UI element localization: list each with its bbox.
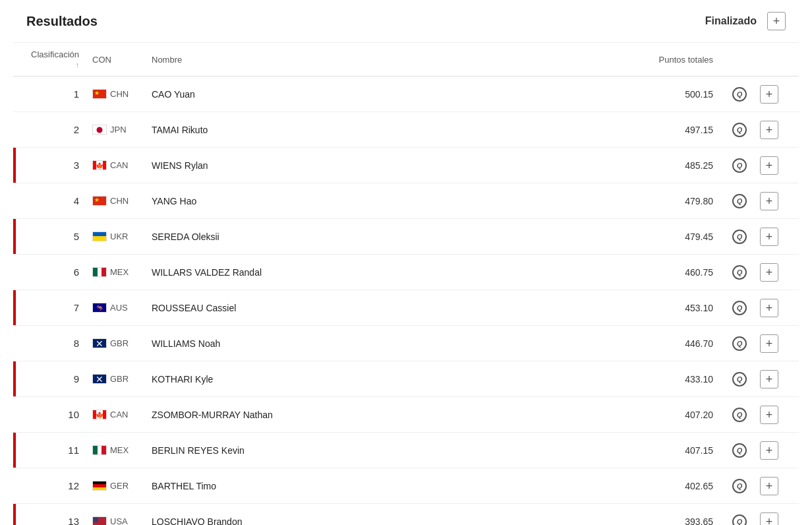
country-flag: AUS	[92, 303, 145, 313]
country-flag: CHN	[92, 89, 145, 99]
country-flag: UKR	[92, 232, 145, 241]
row-action[interactable]: +	[753, 228, 786, 246]
flag-icon	[92, 196, 107, 206]
athlete-name: CAO Yuan	[145, 89, 621, 100]
left-bar-indicator	[13, 504, 16, 525]
country-flag: USA	[92, 516, 145, 525]
flag-icon	[92, 303, 107, 313]
page-header: Resultados Finalizado +	[13, 0, 799, 43]
table-row: 10 CAN ZSOMBOR-MURRAY Nathan 407.20 Q +	[13, 397, 799, 433]
country-code: MEX	[110, 445, 129, 455]
rank-number: 8	[26, 338, 92, 349]
flag-icon	[92, 410, 107, 419]
qualification-symbol: Q	[732, 408, 747, 422]
table-row: 13 USA LOSCHIAVO Brandon 393.65 Q +	[13, 504, 799, 525]
rank-number: 11	[26, 445, 92, 456]
q-icon: Q	[726, 230, 753, 244]
sort-icon[interactable]: ↑	[76, 61, 80, 69]
total-points: 407.15	[621, 445, 726, 456]
row-action[interactable]: +	[753, 370, 786, 388]
row-action[interactable]: +	[753, 334, 786, 353]
row-action[interactable]: +	[753, 156, 786, 175]
q-icon: Q	[726, 336, 753, 351]
q-icon: Q	[726, 408, 753, 422]
country-code: GBR	[110, 338, 129, 348]
rank-number: 3	[26, 160, 92, 171]
athlete-name: WIENS Rylan	[145, 160, 621, 171]
country-code: AUS	[110, 303, 128, 313]
flag-icon	[92, 267, 107, 277]
rank-number: 2	[26, 124, 92, 135]
country-flag: CAN	[92, 160, 145, 170]
country-code: GER	[110, 481, 129, 491]
row-action[interactable]: +	[753, 441, 786, 460]
row-action[interactable]: +	[753, 512, 786, 526]
country-flag: CAN	[92, 410, 145, 419]
total-points: 402.65	[621, 481, 726, 491]
expand-button[interactable]: +	[760, 121, 778, 139]
total-points: 479.80	[621, 196, 726, 206]
qualification-symbol: Q	[732, 158, 747, 173]
flag-icon	[92, 445, 107, 455]
athlete-name: YANG Hao	[145, 196, 621, 206]
q-icon: Q	[726, 301, 753, 315]
qualification-symbol: Q	[732, 265, 747, 280]
expand-button[interactable]: +	[760, 441, 778, 460]
table-row: 7 AUS ROUSSEAU Cassiel 453.10 Q +	[13, 290, 799, 326]
country-code: CHN	[110, 89, 129, 99]
country-code: UKR	[110, 232, 128, 241]
row-action[interactable]: +	[753, 121, 786, 139]
country-flag: GBR	[92, 338, 145, 348]
total-points: 485.25	[621, 160, 726, 171]
table-header: Clasificación ↑ CON Nombre Puntos totale…	[13, 43, 799, 77]
athlete-name: KOTHARI Kyle	[145, 374, 621, 385]
flag-icon	[92, 516, 107, 525]
rank-number: 5	[26, 231, 92, 242]
row-action[interactable]: +	[753, 299, 786, 317]
total-points: 500.15	[621, 89, 726, 100]
total-points: 393.65	[621, 516, 726, 526]
table-body: 1 CHN CAO Yuan 500.15 Q + 2 JPN TAMAI Ri…	[13, 77, 799, 525]
country-code: MEX	[110, 267, 129, 277]
expand-button[interactable]: +	[760, 85, 778, 104]
country-code: CHN	[110, 196, 129, 206]
flag-icon	[92, 232, 107, 241]
rank-number: 13	[26, 516, 92, 525]
table-row: 11 MEX BERLIN REYES Kevin 407.15 Q +	[13, 433, 799, 468]
total-points: 460.75	[621, 267, 726, 278]
header-add-button[interactable]: +	[767, 12, 786, 30]
total-points: 453.10	[621, 303, 726, 313]
expand-button[interactable]: +	[760, 370, 778, 388]
table-row: 8 GBR WILLIAMS Noah 446.70 Q +	[13, 326, 799, 361]
flag-icon	[92, 160, 107, 170]
rank-number: 12	[26, 480, 92, 491]
left-bar-indicator	[13, 361, 16, 396]
expand-button[interactable]: +	[760, 334, 778, 353]
flag-icon	[92, 338, 107, 348]
expand-button[interactable]: +	[760, 263, 778, 282]
table-row: 5 UKR SEREDA Oleksii 479.45 Q +	[13, 219, 799, 255]
rank-number: 7	[26, 302, 92, 313]
row-action[interactable]: +	[753, 263, 786, 282]
country-code: GBR	[110, 374, 129, 384]
q-icon: Q	[726, 372, 753, 386]
q-icon: Q	[726, 158, 753, 173]
qualification-symbol: Q	[732, 123, 747, 137]
table-row: 3 CAN WIENS Rylan 485.25 Q +	[13, 148, 799, 183]
expand-button[interactable]: +	[760, 477, 778, 495]
expand-button[interactable]: +	[760, 299, 778, 317]
row-action[interactable]: +	[753, 406, 786, 424]
flag-icon	[92, 125, 107, 135]
row-action[interactable]: +	[753, 192, 786, 210]
expand-button[interactable]: +	[760, 192, 778, 210]
expand-button[interactable]: +	[760, 156, 778, 175]
q-icon: Q	[726, 479, 753, 493]
country-flag: MEX	[92, 445, 145, 455]
expand-button[interactable]: +	[760, 228, 778, 246]
flag-icon	[92, 481, 107, 491]
expand-button[interactable]: +	[760, 512, 778, 526]
row-action[interactable]: +	[753, 477, 786, 495]
expand-button[interactable]: +	[760, 406, 778, 424]
country-flag: GBR	[92, 374, 145, 384]
row-action[interactable]: +	[753, 85, 786, 104]
